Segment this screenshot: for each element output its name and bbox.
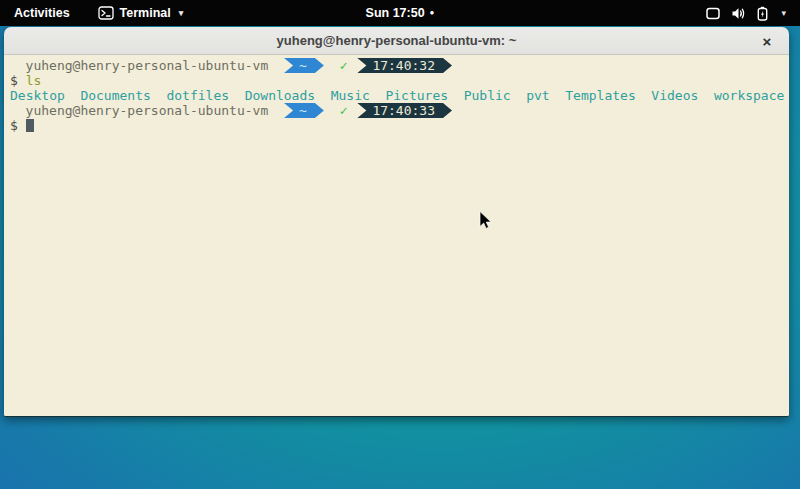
activities-button[interactable]: Activities (0, 0, 84, 26)
dir-entry: Documents (80, 88, 150, 103)
dir-entry: pvt (526, 88, 549, 103)
prompt-path-segment: ~ (284, 103, 324, 118)
terminal-window: yuheng@henry-personal-ubuntu-vm: ~ × yuh… (4, 27, 789, 417)
chevron-down-icon: ▾ (179, 9, 184, 18)
mouse-cursor (479, 211, 492, 230)
clock-button[interactable]: Sun 17:50 ● (366, 6, 435, 20)
tray-chevron-down-icon: ▾ (781, 9, 786, 18)
dir-entry: Pictures (385, 88, 448, 103)
prompt-path-segment: ~ (284, 58, 324, 73)
screen-icon (706, 7, 720, 20)
volume-icon (731, 7, 746, 20)
dir-entry: Public (464, 88, 511, 103)
app-menu-terminal[interactable]: Terminal ▾ (98, 0, 184, 26)
terminal-screen[interactable]: yuheng@henry-personal-ubuntu-vm ~ ✓ 17:4… (4, 55, 789, 416)
ls-output: DesktopDocumentsdotfilesDownloadsMusicPi… (10, 88, 789, 103)
dir-entry: Downloads (245, 88, 315, 103)
terminal-icon (98, 6, 114, 20)
clock-label: Sun 17:50 (366, 6, 425, 20)
close-button[interactable]: × (753, 27, 781, 55)
prompt-user-host: yuheng@henry-personal-ubuntu-vm (26, 58, 269, 73)
command-line: $ls (10, 73, 789, 88)
prompt-time-segment: 17:40:33 (357, 103, 452, 118)
prompt-dollar: $ (10, 73, 18, 88)
dir-entry: workspace (714, 88, 784, 103)
window-titlebar[interactable]: yuheng@henry-personal-ubuntu-vm: ~ × (4, 27, 789, 55)
dir-entry: Desktop (10, 88, 65, 103)
notification-dot-icon: ● (430, 9, 435, 17)
dir-entry: Templates (565, 88, 635, 103)
dir-entry: Music (331, 88, 370, 103)
prompt-time-segment: 17:40:32 (357, 58, 452, 73)
battery-charging-icon (757, 6, 768, 21)
input-line: $ (10, 118, 789, 133)
dir-entry: dotfiles (166, 88, 229, 103)
activities-label: Activities (14, 6, 70, 20)
system-tray-menu[interactable]: ▾ (700, 0, 792, 26)
window-title: yuheng@henry-personal-ubuntu-vm: ~ (277, 33, 517, 48)
prompt-user-host: yuheng@henry-personal-ubuntu-vm (26, 103, 269, 118)
prompt-line-2: yuheng@henry-personal-ubuntu-vm ~ ✓ 17:4… (10, 103, 789, 118)
prompt-dollar: $ (10, 118, 18, 133)
dir-entry: Videos (651, 88, 698, 103)
prompt-status-check-icon: ✓ (340, 103, 348, 118)
terminal-cursor (26, 119, 34, 132)
close-icon: × (763, 33, 772, 50)
top-bar: Activities Terminal ▾ Sun 17:50 ● (0, 0, 800, 26)
typed-command: ls (26, 73, 42, 88)
prompt-line-1: yuheng@henry-personal-ubuntu-vm ~ ✓ 17:4… (10, 58, 789, 73)
prompt-status-check-icon: ✓ (340, 58, 348, 73)
app-menu-label: Terminal (120, 6, 171, 20)
